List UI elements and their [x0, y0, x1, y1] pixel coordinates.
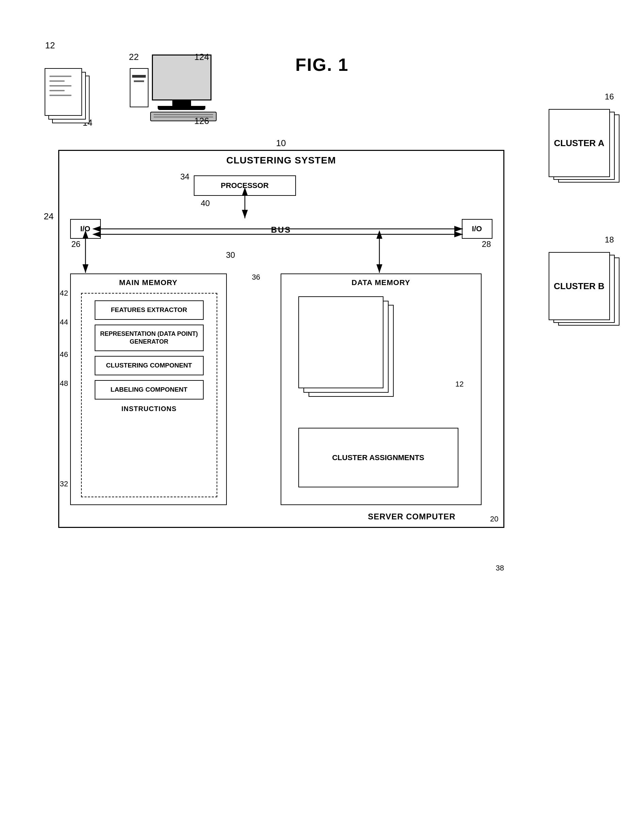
ref-20: 20	[490, 515, 498, 523]
ref-46: 46	[60, 350, 68, 359]
main-memory-title: MAIN MEMORY	[71, 274, 226, 291]
ref-48: 48	[60, 379, 68, 388]
processor-box: PROCESSOR	[194, 175, 296, 196]
ref-44: 44	[60, 318, 68, 327]
ref-40: 40	[201, 199, 210, 208]
doc-lines	[45, 69, 81, 103]
cluster-b-area: 18 CLUSTER B	[549, 252, 620, 332]
cluster-a-stack: CLUSTER A	[549, 109, 620, 189]
ref-12-data: 12	[455, 380, 463, 389]
svg-line-9	[54, 53, 69, 66]
ref-12-top: 12	[45, 40, 55, 51]
cluster-a-front: CLUSTER A	[549, 109, 610, 177]
ref-10: 10	[276, 138, 286, 149]
ref-18: 18	[605, 235, 614, 245]
ref-36: 36	[252, 273, 260, 282]
ref-32: 32	[60, 480, 68, 488]
monitor-base	[158, 106, 205, 110]
computer-tower	[130, 68, 149, 107]
figure-label: FIG. 1	[295, 55, 348, 75]
data-memory-title: DATA MEMORY	[281, 274, 481, 291]
dashed-instructions-box: FEATURES EXTRACTOR REPRESENTATION (DATA …	[81, 293, 217, 497]
io-box-right: I/O	[462, 219, 492, 239]
ref-16: 16	[605, 92, 614, 101]
main-memory-box: MAIN MEMORY FEATURES EXTRACTOR REPRESENT…	[70, 273, 227, 505]
ref-24: 24	[44, 211, 54, 222]
doc-line-3	[49, 85, 72, 86]
doc-line-2	[49, 80, 65, 82]
ref-22: 22	[129, 52, 139, 62]
cluster-b-front: CLUSTER B	[549, 252, 610, 320]
page: 12 14	[0, 0, 644, 814]
features-extractor-box: FEATURES EXTRACTOR	[95, 300, 204, 320]
monitor-stand	[172, 100, 191, 106]
ref-38: 38	[496, 564, 504, 573]
computer-monitor	[152, 55, 212, 110]
ref-126: 126	[195, 116, 209, 126]
svg-line-12	[506, 150, 547, 228]
ref-30: 30	[226, 250, 235, 260]
doc-line-1	[49, 76, 72, 77]
cluster-a-area: 16 CLUSTER A	[549, 109, 620, 189]
ref-26: 26	[72, 239, 81, 249]
io-box-left: I/O	[70, 219, 101, 239]
tower-stripe2	[134, 80, 144, 82]
tower-stripe	[132, 75, 146, 78]
server-computer-label: SERVER COMPUTER	[368, 512, 455, 521]
keyboard-line-1	[153, 114, 213, 115]
ref-34: 34	[181, 172, 190, 181]
data-doc-front	[298, 296, 383, 388]
ref-124: 124	[195, 52, 209, 62]
ref-28: 28	[482, 239, 491, 249]
doc-line-4	[49, 90, 65, 91]
cluster-assignments-box: CLUSTER ASSIGNMENTS	[298, 428, 458, 487]
data-memory-box: DATA MEMORY 12 CLUSTER ASSIGNMENTS 38	[281, 273, 481, 505]
doc-line-5	[49, 95, 72, 96]
svg-line-13	[506, 235, 547, 293]
cluster-b-stack: CLUSTER B	[549, 252, 620, 332]
representation-generator-box: REPRESENTATION (DATA POINT) GENERATOR	[95, 325, 204, 351]
labeling-component-box: LABELING COMPONENT	[95, 380, 204, 400]
doc-page-front	[44, 68, 82, 116]
server-box: CLUSTERING SYSTEM PROCESSOR 34 40 I/O 26…	[58, 150, 504, 528]
bus-label: BUS	[271, 225, 291, 235]
instructions-label: INSTRUCTIONS	[82, 405, 216, 413]
clustering-system-title: CLUSTERING SYSTEM	[227, 155, 336, 166]
ref-42: 42	[60, 289, 68, 298]
clustering-component-box: CLUSTERING COMPONENT	[95, 356, 204, 375]
